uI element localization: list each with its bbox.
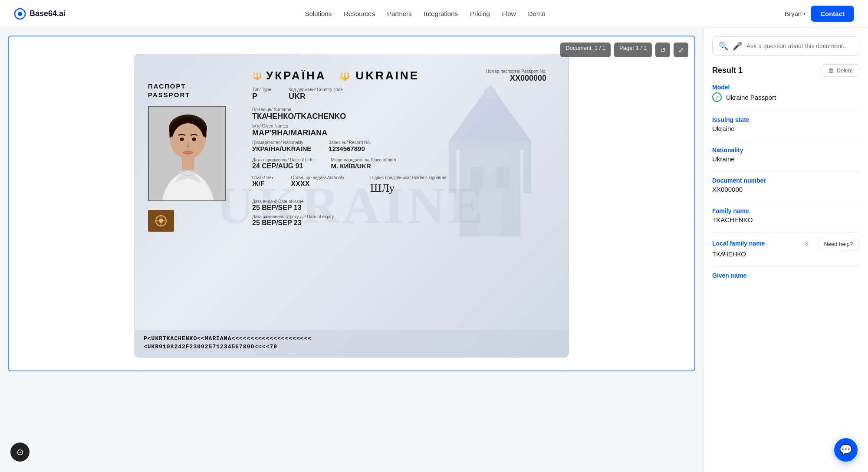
svg-rect-18: [182, 157, 194, 170]
passport-sex-auth-row: Стать/ Sex Ж/F Орган, що видав/ Authorit…: [252, 175, 546, 197]
close-field-button[interactable]: ×: [804, 239, 809, 249]
type-label: Тип/ Type: [252, 87, 271, 92]
nationality-section: Nationality Ukraine: [712, 147, 859, 163]
passport-logo-box: [148, 210, 174, 232]
record-no-value: 1234567890: [329, 145, 371, 152]
user-menu[interactable]: Bryan ▾: [785, 10, 806, 17]
document-viewer: Document: 1 / 1 Page: 1 / 1 ↺ ⤢ UKRAINE: [8, 36, 695, 371]
nationality-result-label: Nationality: [712, 147, 859, 154]
family-name-section: Family name TKACHENKO: [712, 207, 859, 223]
family-name-label: Family name: [712, 207, 859, 214]
chevron-down-icon: ▾: [803, 11, 806, 16]
trash-icon: 🗑: [828, 67, 834, 74]
passport-photo: [148, 106, 226, 201]
nav-resources[interactable]: Resources: [344, 10, 375, 17]
surname-value: ТКАЧЕНКО/TKACHENKO: [252, 112, 546, 121]
given-names-label: Ім'я/ Given Names: [252, 124, 546, 128]
model-label: Model: [712, 84, 859, 91]
doi-value: 25 ВЕР/SEP 13: [252, 204, 546, 212]
passport-content: ПАСПОРТ PASSPORT: [135, 54, 568, 357]
passport-card: UKRAINE: [135, 54, 569, 357]
sex-value: Ж/F: [252, 180, 274, 188]
model-value-row: ✓ Ukraine Passport: [712, 92, 859, 102]
passport-sex-field: Стать/ Sex Ж/F: [252, 175, 274, 195]
local-family-name-value: ТКАЧЕНКО: [712, 250, 859, 258]
delete-button[interactable]: 🗑 Delete: [822, 64, 859, 77]
search-input[interactable]: [746, 43, 853, 49]
logo[interactable]: Base64.ai: [14, 8, 66, 20]
passport-type-field: Тип/ Type Р: [252, 87, 271, 101]
passport-country-code-field: Код держави/ Country code UKR: [289, 87, 343, 101]
refresh-button[interactable]: ↺: [655, 43, 670, 57]
nav-flow[interactable]: Flow: [502, 10, 516, 17]
nationality-result-value: Ukraine: [712, 155, 859, 163]
document-number-section: Document number XX000000: [712, 177, 859, 193]
contact-button[interactable]: Contact: [811, 6, 854, 22]
main-layout: Document: 1 / 1 Page: 1 / 1 ↺ ⤢ UKRAINE: [0, 28, 868, 472]
document-toolbar: Document: 1 / 1 Page: 1 / 1 ↺ ⤢: [560, 43, 688, 57]
fullscreen-button[interactable]: ⤢: [674, 43, 688, 57]
results-panel: 🔍 🎤 Result 1 🗑 Delete Model ✓ Ukraine Pa…: [703, 28, 868, 472]
passport-logo: [148, 210, 243, 232]
divider-4: [712, 202, 859, 202]
svg-point-16: [180, 138, 184, 141]
nav-solutions[interactable]: Solutions: [305, 10, 332, 17]
divider-5: [712, 232, 859, 233]
divider-3: [712, 171, 859, 172]
refresh-icon: ↺: [660, 46, 666, 54]
family-name-value: TKACHENKO: [712, 216, 859, 223]
issuing-state-value: Ukraine: [712, 125, 859, 132]
document-badge: Document: 1 / 1: [560, 43, 611, 57]
passport-photo-area: [148, 106, 243, 201]
chat-fab[interactable]: 💬: [834, 438, 858, 462]
dob-label: Дата народження/ Date of birth: [252, 157, 313, 162]
passport-dob-field: Дата народження/ Date of birth 24 СЕР/AU…: [252, 157, 313, 170]
issuing-state-label: Issuing state: [712, 116, 859, 123]
passport-dates-row: Дата видачі/ Date of issue 25 ВЕР/SEP 13…: [252, 199, 546, 227]
country-code-label: Код держави/ Country code: [289, 87, 343, 92]
issuing-state-section: Issuing state Ukraine: [712, 116, 859, 132]
nav-partners[interactable]: Partners: [387, 10, 412, 17]
check-icon: ✓: [712, 92, 722, 102]
nav-right: Bryan ▾ Contact: [785, 6, 854, 22]
nav-links: Solutions Resources Partners Integration…: [305, 10, 545, 17]
doe-label: Дата закінчення строку дії/ Date of expi…: [252, 214, 546, 219]
model-section: Model ✓ Ukraine Passport: [712, 84, 859, 102]
local-family-name-section: Local family name × Need help? ТКАЧЕНКО: [712, 238, 859, 258]
logo-text: Base64.ai: [30, 9, 66, 18]
divider-2: [712, 141, 859, 141]
passport-surname-field: Прізвище/ Surname ТКАЧЕНКО/TKACHENKO: [252, 107, 546, 121]
document-number-label: Document number: [712, 177, 859, 184]
given-names-value: МАР'ЯНА/MARIANA: [252, 128, 546, 138]
fullscreen-icon: ⤢: [678, 46, 684, 54]
passport-doe-field: Дата закінчення строку дії/ Date of expi…: [252, 214, 546, 227]
svg-point-17: [192, 138, 196, 141]
result-header: Result 1 🗑 Delete: [712, 64, 859, 77]
need-help-inline[interactable]: Need help?: [818, 238, 860, 250]
surname-label: Прізвище/ Surname: [252, 107, 546, 112]
passport-no-label: Номер паспорта/ Passport No.: [486, 69, 546, 74]
nav-demo[interactable]: Demo: [528, 10, 546, 17]
pob-value: М. КИЇВ/UKR: [331, 162, 396, 170]
country-code-value: UKR: [289, 92, 343, 101]
search-bar[interactable]: 🔍 🎤: [712, 36, 859, 56]
given-name-section: Given name: [712, 272, 859, 279]
svg-point-1: [18, 12, 22, 16]
passport-doi-field: Дата видачі/ Date of issue 25 ВЕР/SEP 13: [252, 199, 546, 212]
navbar: Base64.ai Solutions Resources Partners I…: [0, 0, 868, 28]
passport-authority-field: Орган, що видав/ Authority XXXX: [291, 175, 345, 195]
nav-pricing[interactable]: Pricing: [470, 10, 490, 17]
passport-type-header: ПАСПОРТ PASSPORT: [148, 82, 243, 99]
accessibility-icon: ⊙: [16, 447, 24, 457]
document-panel: Document: 1 / 1 Page: 1 / 1 ↺ ⤢ UKRAINE: [0, 28, 703, 472]
passport-record-field: Запис №/ Record No. 1234567890: [329, 140, 371, 152]
pob-label: Місце народження/ Place of birth: [331, 157, 396, 162]
divider-1: [712, 111, 859, 111]
mic-icon[interactable]: 🎤: [733, 41, 742, 51]
nav-integrations[interactable]: Integrations: [424, 10, 458, 17]
passport-country-native: УКРАЇНА: [266, 69, 326, 82]
local-family-name-label: Local family name: [712, 240, 765, 247]
accessibility-button[interactable]: ⊙: [10, 442, 30, 462]
delete-label: Delete: [836, 67, 853, 74]
passport-type-row: Тип/ Type Р Код держави/ Country code UK…: [252, 87, 546, 104]
